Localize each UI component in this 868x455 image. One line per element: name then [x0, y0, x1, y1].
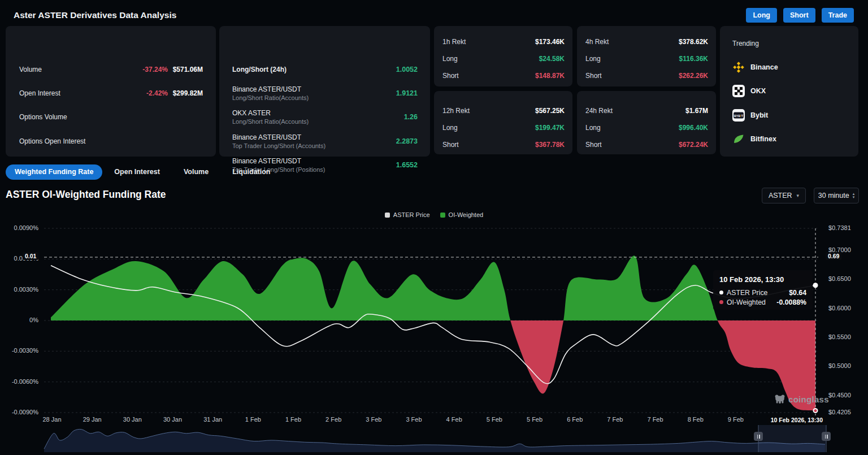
x-axis-tick: 3 Feb: [406, 416, 422, 423]
y-axis-left-tick: -0.0090%: [12, 409, 38, 415]
y-axis-left-tick: -0.0030%: [12, 347, 38, 354]
navigator-left-handle[interactable]: [754, 432, 763, 441]
derivatives-dashboard: Aster ASTER Derivatives Data Analysis Lo…: [0, 0, 868, 455]
watermark: coinglass: [774, 393, 829, 405]
funding-rate-chart[interactable]: [0, 0, 868, 455]
x-axis-tick: 7 Feb: [607, 416, 623, 423]
x-axis-tick: 5 Feb: [487, 416, 502, 423]
x-axis-tick: 6 Feb: [567, 416, 583, 423]
x-axis-tick: 7 Feb: [647, 416, 663, 423]
chart-tooltip: 10 Feb 2026, 13:30 ASTER Price $0.64 OI-…: [713, 270, 813, 310]
tooltip-row-price: ASTER Price $0.64: [719, 288, 806, 297]
y-axis-right-tick: $0.4500: [828, 392, 851, 398]
x-axis-tick: 1 Feb: [285, 416, 301, 423]
y-axis-right-tick: $0.5500: [828, 333, 851, 340]
y-axis-right-tick: $0.4205: [828, 409, 851, 415]
y-axis-right-tick: $0.7381: [828, 224, 851, 231]
y-axis-left-tick: 0.0030%: [14, 286, 38, 293]
tooltip-date: 10 Feb 2026, 13:30: [719, 275, 806, 284]
tooltip-label: ASTER Price: [727, 289, 767, 297]
price-marker-badge: 0.69: [826, 252, 841, 260]
crosshair-date-badge: 10 Feb 2026, 13:30: [767, 415, 826, 424]
y-axis-right-tick: $0.6500: [828, 275, 851, 282]
tooltip-label: OI-Weighted: [727, 298, 766, 306]
x-axis-tick: 29 Jan: [83, 416, 102, 423]
y-axis-left-tick: -0.0060%: [12, 378, 38, 385]
x-axis-tick: 1 Feb: [245, 416, 261, 423]
y-axis-right-tick: $0.6000: [828, 305, 851, 311]
y-axis-left-tick: 0%: [29, 317, 38, 323]
x-axis-tick: 8 Feb: [688, 416, 704, 423]
x-axis-tick: 3 Feb: [366, 416, 381, 423]
watermark-text: coinglass: [788, 395, 829, 404]
tooltip-row-funding: OI-Weighted -0.0088%: [719, 297, 806, 307]
x-axis-tick: 30 Jan: [163, 416, 182, 423]
x-axis-tick: 4 Feb: [446, 416, 462, 423]
x-axis-tick: 2 Feb: [326, 416, 341, 423]
navigator-right-handle[interactable]: [822, 432, 831, 441]
y-axis-left-tick: 0.0090%: [14, 224, 38, 231]
tooltip-value: $0.64: [789, 289, 806, 297]
tooltip-value: -0.0088%: [776, 298, 806, 306]
funding-dot-icon: [719, 300, 723, 304]
funding-marker-badge: 0.01: [23, 252, 38, 260]
x-axis-tick: 5 Feb: [527, 416, 542, 423]
x-axis-tick: 28 Jan: [42, 416, 61, 423]
x-axis-tick: 9 Feb: [728, 416, 744, 423]
x-axis-tick: 30 Jan: [123, 416, 142, 423]
price-dot-icon: [719, 291, 723, 294]
x-axis-tick: 31 Jan: [203, 416, 222, 423]
y-axis-right-tick: $0.5000: [828, 362, 851, 369]
coinglass-logo-icon: [774, 393, 785, 405]
